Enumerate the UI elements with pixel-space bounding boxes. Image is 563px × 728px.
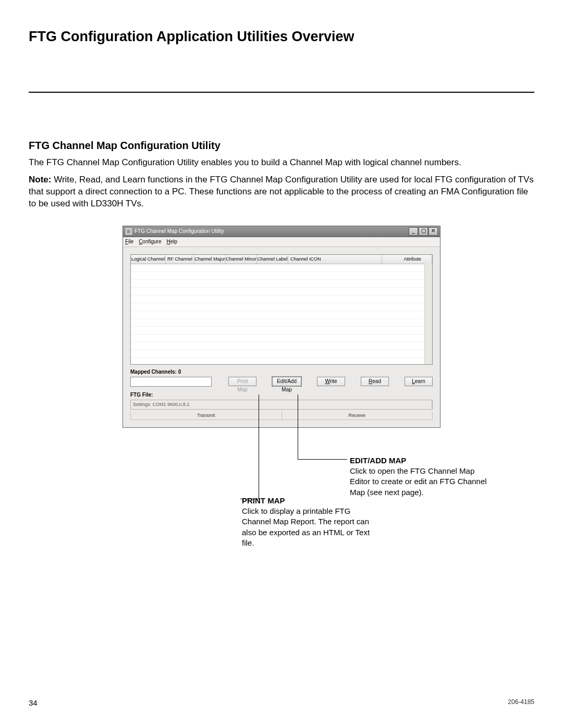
col-major[interactable]: Channel Major bbox=[194, 255, 226, 264]
callout-edit-body: Click to open the FTG Channel Map Editor… bbox=[350, 466, 491, 498]
callout-edit: EDIT/ADD MAP Click to open the FTG Chann… bbox=[350, 455, 491, 498]
edit-add-map-button[interactable]: Edit/Add Map bbox=[272, 377, 301, 386]
app-window: ⊞ FTG Channel Map Configuration Utility … bbox=[123, 226, 440, 428]
leader-line-print bbox=[259, 394, 259, 499]
note-label: Note: bbox=[29, 175, 51, 184]
maximize-button[interactable]: ▢ bbox=[419, 227, 428, 236]
menu-help[interactable]: Help bbox=[167, 239, 178, 244]
progress-receive: Receive bbox=[282, 412, 433, 420]
leader-line-edit-v bbox=[298, 394, 298, 459]
close-button[interactable]: ✕ bbox=[429, 227, 438, 236]
menu-file[interactable]: File bbox=[125, 239, 133, 244]
page-number: 34 bbox=[29, 698, 38, 707]
col-logical[interactable]: Logical Channel bbox=[131, 255, 166, 264]
window-title: FTG Channel Map Configuration Utility bbox=[134, 228, 224, 234]
title-bar: ⊞ FTG Channel Map Configuration Utility … bbox=[123, 226, 440, 237]
read-button[interactable]: Read bbox=[361, 377, 389, 386]
doc-number: 206-4185 bbox=[508, 698, 534, 707]
col-rf[interactable]: RF Channel bbox=[166, 255, 194, 264]
table-body bbox=[131, 264, 432, 364]
note-text: Note: Write, Read, and Learn functions i… bbox=[29, 174, 534, 210]
channel-table[interactable]: Logical Channel RF Channel Channel Major… bbox=[130, 254, 433, 365]
col-icon[interactable]: Channel ICON bbox=[288, 255, 382, 264]
col-attribute[interactable]: Attribute bbox=[382, 255, 432, 264]
callout-edit-heading: EDIT/ADD MAP bbox=[350, 455, 491, 466]
print-map-button[interactable]: Print Map bbox=[228, 377, 256, 386]
status-bar: Settings: COM1 9600,n,8,1 bbox=[130, 400, 433, 410]
mapped-channels-label: Mapped Channels: 0 bbox=[130, 369, 433, 375]
col-label[interactable]: Channel Label bbox=[257, 255, 288, 264]
col-minor[interactable]: Channel Minor bbox=[226, 255, 257, 264]
status-settings: Settings: COM1 9600,n,8,1 bbox=[131, 400, 432, 409]
learn-button[interactable]: Learn bbox=[405, 377, 433, 386]
app-icon: ⊞ bbox=[125, 228, 132, 235]
table-header: Logical Channel RF Channel Channel Major… bbox=[131, 255, 432, 264]
mapped-input[interactable] bbox=[130, 377, 212, 387]
callout-print: PRINT MAP Click to display a printable F… bbox=[242, 496, 377, 548]
section-title: FTG Channel Map Configuration Utility bbox=[29, 140, 534, 152]
leader-line-edit-h bbox=[298, 459, 347, 460]
menu-configure[interactable]: Configure bbox=[139, 239, 161, 244]
minimize-button[interactable]: ‗ bbox=[409, 227, 418, 236]
callout-print-body: Click to display a printable FTG Channel… bbox=[242, 506, 377, 548]
callout-print-heading: PRINT MAP bbox=[242, 496, 377, 506]
note-body: Write, Read, and Learn functions in the … bbox=[29, 175, 534, 208]
write-button[interactable]: Write bbox=[317, 377, 345, 386]
menu-bar: File Configure Help bbox=[123, 237, 440, 247]
page-title: FTG Configuration Application Utilities … bbox=[29, 29, 534, 93]
intro-text: The FTG Channel Map Configuration Utilit… bbox=[29, 157, 534, 169]
table-scrollbar[interactable] bbox=[424, 264, 432, 364]
